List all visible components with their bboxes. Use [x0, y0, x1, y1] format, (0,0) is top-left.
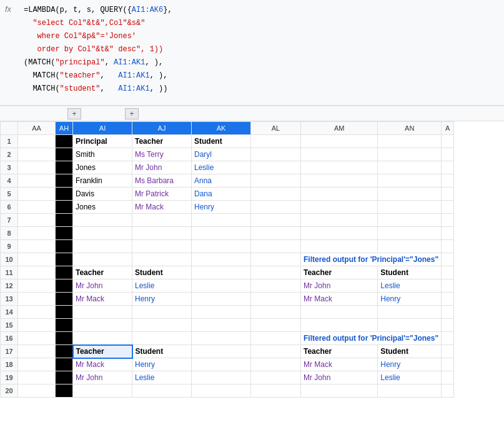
- col-header-ah[interactable]: AH: [56, 122, 73, 135]
- cell-aj-2[interactable]: Ms Terry: [132, 148, 192, 161]
- cell-aj-19[interactable]: Leslie: [132, 371, 192, 384]
- cell-al-12[interactable]: [251, 279, 301, 293]
- col-header-aa[interactable]: AA: [18, 122, 56, 135]
- cell-am-15[interactable]: [301, 319, 378, 332]
- cell-aa-5[interactable]: [18, 188, 56, 201]
- cell-ak-15[interactable]: [192, 319, 251, 332]
- col-header-al[interactable]: AL: [251, 122, 301, 135]
- cell-am-18[interactable]: Mr Mack: [301, 358, 378, 371]
- cell-aa-3[interactable]: [18, 161, 56, 174]
- cell-al-14[interactable]: [251, 306, 301, 319]
- cell-an-4[interactable]: [378, 174, 442, 188]
- cell-ak-2[interactable]: Daryl: [192, 148, 251, 161]
- cell-ak-12[interactable]: [192, 279, 251, 293]
- cell-am-16[interactable]: Filtered output for 'Principal'="Jones": [301, 332, 442, 345]
- cell-ak-20[interactable]: [192, 384, 251, 398]
- col-header-an[interactable]: AN: [378, 122, 442, 135]
- cell-ai-7[interactable]: [73, 214, 132, 227]
- add-col-button-1[interactable]: +: [67, 108, 81, 119]
- cell-aa-17[interactable]: [18, 345, 56, 358]
- cell-ai-17[interactable]: Teacher: [73, 345, 132, 358]
- cell-al-11[interactable]: [251, 266, 301, 279]
- cell-an-3[interactable]: [378, 161, 442, 174]
- cell-aa-19[interactable]: [18, 371, 56, 384]
- cell-an-1[interactable]: [378, 135, 442, 148]
- cell-ak-16[interactable]: [192, 332, 251, 345]
- cell-ak-18[interactable]: [192, 358, 251, 371]
- cell-am-5[interactable]: [301, 188, 378, 201]
- cell-aa-12[interactable]: [18, 279, 56, 293]
- cell-aj-10[interactable]: [132, 253, 192, 266]
- cell-aa-6[interactable]: [18, 201, 56, 214]
- cell-ai-4[interactable]: Franklin: [73, 174, 132, 188]
- cell-an-17[interactable]: Student: [378, 345, 442, 358]
- cell-an-12[interactable]: Leslie: [378, 279, 442, 293]
- cell-an-9[interactable]: [378, 240, 442, 253]
- cell-al-1[interactable]: [251, 135, 301, 148]
- col-header-am[interactable]: AM: [301, 122, 378, 135]
- cell-aj-11[interactable]: Student: [132, 266, 192, 279]
- cell-ai-13[interactable]: Mr Mack: [73, 293, 132, 306]
- cell-aa-18[interactable]: [18, 358, 56, 371]
- cell-al-4[interactable]: [251, 174, 301, 188]
- cell-an-15[interactable]: [378, 319, 442, 332]
- cell-ai-16[interactable]: [73, 332, 132, 345]
- cell-al-13[interactable]: [251, 293, 301, 306]
- cell-am-2[interactable]: [301, 148, 378, 161]
- cell-an-19[interactable]: Leslie: [378, 371, 442, 384]
- cell-aj-20[interactable]: [132, 384, 192, 398]
- cell-am-13[interactable]: Mr Mack: [301, 293, 378, 306]
- cell-aa-16[interactable]: [18, 332, 56, 345]
- cell-al-5[interactable]: [251, 188, 301, 201]
- cell-am-6[interactable]: [301, 201, 378, 214]
- cell-ai-10[interactable]: [73, 253, 132, 266]
- cell-ak-4[interactable]: Anna: [192, 174, 251, 188]
- cell-aj-14[interactable]: [132, 306, 192, 319]
- cell-al-10[interactable]: [251, 253, 301, 266]
- cell-am-11[interactable]: Teacher: [301, 266, 378, 279]
- cell-ai-8[interactable]: [73, 227, 132, 240]
- cell-an-14[interactable]: [378, 306, 442, 319]
- cell-ai-14[interactable]: [73, 306, 132, 319]
- cell-aj-17[interactable]: Student: [132, 345, 192, 358]
- cell-am-14[interactable]: [301, 306, 378, 319]
- cell-aj-15[interactable]: [132, 319, 192, 332]
- cell-am-10[interactable]: Filtered output for 'Principal'="Jones": [301, 253, 442, 266]
- cell-ak-3[interactable]: Leslie: [192, 161, 251, 174]
- cell-aa-11[interactable]: [18, 266, 56, 279]
- col-header-ak[interactable]: AK: [192, 122, 251, 135]
- cell-ai-9[interactable]: [73, 240, 132, 253]
- cell-al-7[interactable]: [251, 214, 301, 227]
- cell-ak-6[interactable]: Henry: [192, 201, 251, 214]
- cell-ai-11[interactable]: Teacher: [73, 266, 132, 279]
- cell-ai-2[interactable]: Smith: [73, 148, 132, 161]
- cell-an-6[interactable]: [378, 201, 442, 214]
- col-header-ai[interactable]: AI: [73, 122, 132, 135]
- cell-aa-8[interactable]: [18, 227, 56, 240]
- cell-ai-5[interactable]: Davis: [73, 188, 132, 201]
- cell-aa-10[interactable]: [18, 253, 56, 266]
- cell-am-4[interactable]: [301, 174, 378, 188]
- cell-ak-17[interactable]: [192, 345, 251, 358]
- cell-ak-8[interactable]: [192, 227, 251, 240]
- cell-an-2[interactable]: [378, 148, 442, 161]
- cell-al-20[interactable]: [251, 384, 301, 398]
- cell-an-13[interactable]: Henry: [378, 293, 442, 306]
- cell-an-8[interactable]: [378, 227, 442, 240]
- cell-ai-20[interactable]: [73, 384, 132, 398]
- cell-ak-19[interactable]: [192, 371, 251, 384]
- cell-al-8[interactable]: [251, 227, 301, 240]
- cell-al-15[interactable]: [251, 319, 301, 332]
- cell-ak-13[interactable]: [192, 293, 251, 306]
- cell-al-3[interactable]: [251, 161, 301, 174]
- cell-am-1[interactable]: [301, 135, 378, 148]
- cell-al-19[interactable]: [251, 371, 301, 384]
- cell-aa-20[interactable]: [18, 384, 56, 398]
- cell-aj-3[interactable]: Mr John: [132, 161, 192, 174]
- cell-an-11[interactable]: Student: [378, 266, 442, 279]
- cell-ai-19[interactable]: Mr John: [73, 371, 132, 384]
- cell-al-9[interactable]: [251, 240, 301, 253]
- cell-aj-7[interactable]: [132, 214, 192, 227]
- cell-aj-4[interactable]: Ms Barbara: [132, 174, 192, 188]
- cell-aj-13[interactable]: Henry: [132, 293, 192, 306]
